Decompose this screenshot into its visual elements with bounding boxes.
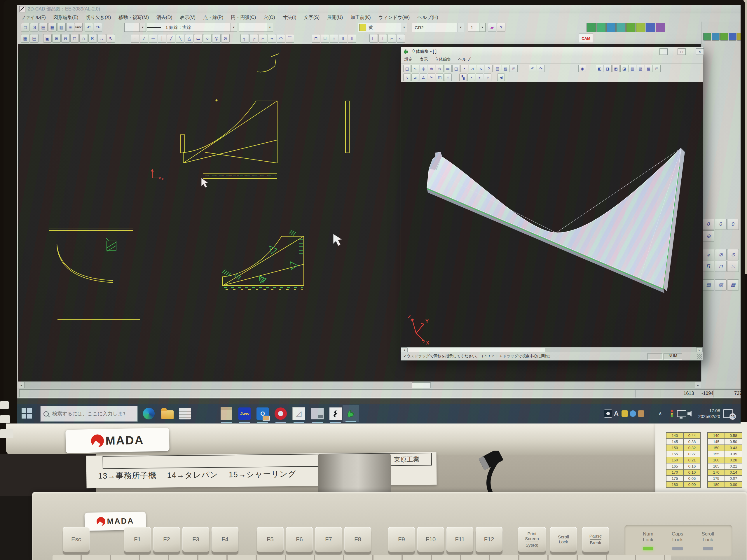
panel-tool-button[interactable] bbox=[737, 33, 741, 41]
draw-tool-button[interactable]: ○ bbox=[203, 34, 211, 43]
menu-item[interactable]: 展開(U) bbox=[323, 15, 347, 21]
color-dropdown[interactable]: 黄 ▼ bbox=[358, 23, 407, 32]
tray-clock[interactable]: 17:08 2025/02/20 bbox=[695, 408, 720, 424]
face-tool-3d-button[interactable]: ◧ bbox=[596, 65, 603, 72]
scroll-left-icon[interactable]: ◂ bbox=[18, 382, 25, 388]
face-tool-3d-button[interactable]: ◪ bbox=[620, 65, 628, 72]
taskbar-ap100-icon[interactable] bbox=[274, 407, 288, 421]
chevron-down-icon[interactable]: ▼ bbox=[458, 23, 464, 32]
view-tool-button[interactable]: ▦ bbox=[21, 34, 29, 43]
measure-3d-button[interactable]: ⊿ bbox=[411, 74, 419, 81]
view-tool-3d-button[interactable]: ◎ bbox=[420, 65, 427, 72]
taskbar-draft-icon[interactable]: ◿ bbox=[292, 407, 306, 421]
menu-item-3d[interactable]: 立体編集 bbox=[431, 57, 455, 62]
chevron-down-icon[interactable]: ▼ bbox=[401, 23, 407, 32]
menu-item-3d[interactable]: 表示 bbox=[416, 57, 431, 62]
circle-tool-button[interactable]: ⊙ bbox=[727, 249, 739, 260]
corner-tool-button[interactable]: ⌐ bbox=[259, 34, 267, 43]
pen-color-icon[interactable]: ▰ bbox=[488, 23, 496, 31]
scroll-right-icon[interactable]: ▸ bbox=[695, 382, 701, 388]
edit-tool-3d-button[interactable]: ▤ bbox=[494, 65, 501, 72]
angle-tool-button[interactable]: ⌐ bbox=[387, 34, 396, 43]
view-tool-3d-button[interactable]: ⊖ bbox=[436, 65, 443, 72]
file-tool-button[interactable]: ▥ bbox=[57, 23, 66, 31]
draw-tool-button[interactable]: │ bbox=[158, 34, 166, 43]
machine-tool-button[interactable] bbox=[587, 23, 596, 32]
taskbar-mail-icon[interactable] bbox=[178, 407, 192, 421]
grid-tool-button[interactable]: ▦ bbox=[727, 279, 739, 291]
cam-button[interactable]: CAM bbox=[579, 33, 593, 43]
taskbar-explorer-icon[interactable] bbox=[160, 407, 175, 421]
angle-tool-button[interactable]: ⊥ bbox=[379, 34, 387, 43]
zoom-tool-button[interactable]: ⊠ bbox=[88, 34, 97, 43]
dimension-tool-button[interactable]: Π bbox=[703, 261, 714, 272]
view-tool-3d-button[interactable]: ◳ bbox=[452, 65, 460, 72]
viewport-3d[interactable]: Z Y X bbox=[401, 82, 703, 347]
taskbar-3dedit-active[interactable] bbox=[342, 405, 359, 422]
taskbar-2dcad-icon[interactable] bbox=[329, 407, 342, 421]
face-tool-3d-button[interactable]: ▥ bbox=[628, 65, 636, 72]
shape-tool-button[interactable]: ⊔ bbox=[321, 34, 329, 43]
menu-item[interactable]: 円・円弧(C) bbox=[227, 15, 260, 21]
menu-item[interactable]: 寸法(I) bbox=[279, 15, 300, 21]
minimize-button[interactable]: – bbox=[660, 48, 668, 55]
menu-item[interactable]: 図形編集(E) bbox=[50, 15, 82, 21]
draw-tool-button[interactable]: ╲ bbox=[176, 34, 184, 43]
draw-tool-button[interactable]: ⊙ bbox=[221, 34, 230, 43]
draw-tool-button[interactable]: ╱ bbox=[167, 34, 175, 43]
tray-volume[interactable] bbox=[688, 404, 694, 424]
draw-tool-button[interactable]: △ bbox=[185, 34, 194, 43]
win3d-titlebar[interactable]: 立体編集 - [ ] – □ × bbox=[401, 47, 703, 56]
panel-tool-button[interactable] bbox=[720, 33, 728, 41]
ellipse-tool-button[interactable]: 0 bbox=[703, 219, 714, 230]
zoom-tool-button[interactable]: ▣ bbox=[43, 34, 52, 43]
panel-tool-button[interactable] bbox=[712, 33, 720, 41]
tray-notifications[interactable]: 23 bbox=[723, 404, 733, 424]
zoom-tool-button[interactable]: ⊖ bbox=[61, 34, 70, 43]
measure-3d-button[interactable]: ↘ bbox=[403, 74, 411, 81]
bend-3d-button[interactable]: ◕ bbox=[475, 74, 483, 81]
machine-tool-button[interactable] bbox=[607, 23, 616, 32]
taskbar-box-app-icon[interactable] bbox=[220, 407, 233, 421]
menu-item[interactable]: 切り欠き(X) bbox=[82, 15, 115, 21]
machine-tool-button[interactable] bbox=[646, 23, 655, 32]
menu-item[interactable]: 穴(O) bbox=[260, 15, 279, 21]
chevron-down-icon[interactable]: ▼ bbox=[231, 23, 237, 31]
view-tool-3d-button[interactable]: ⊕ bbox=[428, 65, 435, 72]
tray-chevron[interactable]: ∧ bbox=[658, 404, 662, 424]
corner-tool-button[interactable]: ┐ bbox=[240, 34, 249, 43]
view-tool-3d-button[interactable]: ▭ bbox=[444, 65, 452, 72]
menu-item[interactable]: 表示(V) bbox=[176, 15, 199, 21]
draw-tool-button[interactable]: ✓ bbox=[140, 34, 148, 43]
menu-item[interactable]: ヘルプ(H) bbox=[413, 15, 442, 21]
shape-tool-button[interactable]: ∩ bbox=[330, 34, 338, 43]
line-style-dropdown[interactable]: 1 細線：実線 ▼ bbox=[147, 23, 237, 32]
menu-item[interactable]: 加工前(K) bbox=[347, 15, 375, 21]
circle-tool-button[interactable]: ⊘ bbox=[715, 249, 727, 260]
tray-security[interactable] bbox=[670, 404, 674, 424]
grid-tool-button[interactable]: ▤ bbox=[703, 279, 714, 291]
search-input[interactable] bbox=[52, 411, 126, 417]
grid-tool-button[interactable]: ▥ bbox=[715, 279, 727, 291]
face-tool-3d-button[interactable]: ▩ bbox=[645, 65, 652, 72]
viewport-hscrollbar[interactable]: ◂ ▸ bbox=[401, 347, 703, 352]
menu-item-3d[interactable]: ヘルプ bbox=[455, 57, 474, 62]
circle-tool-button[interactable]: ⌀ bbox=[703, 249, 714, 260]
corner-tool-button[interactable]: ┌ bbox=[250, 34, 258, 43]
angle-tool-button[interactable]: ⌙ bbox=[396, 34, 405, 43]
view-tool-3d-button[interactable]: ◱ bbox=[403, 65, 411, 72]
tray-network[interactable] bbox=[677, 404, 686, 424]
draw-tool-button[interactable]: ▭ bbox=[194, 34, 203, 43]
view-tool-3d-button[interactable]: ↘ bbox=[477, 65, 484, 72]
menu-item[interactable]: 消去(D) bbox=[153, 15, 176, 21]
edit-tool-3d-button[interactable]: ▧ bbox=[502, 65, 510, 72]
draw-tool-button[interactable]: ◎ bbox=[212, 34, 221, 43]
scroll-right-icon[interactable]: ▸ bbox=[696, 347, 703, 352]
edit-tool-3d-button[interactable]: ⊞ bbox=[510, 65, 518, 72]
machine-tool-button[interactable] bbox=[596, 23, 606, 32]
tray-icon-3[interactable] bbox=[638, 404, 644, 424]
machine-tool-button[interactable] bbox=[616, 23, 626, 32]
taskbar-window-app-icon[interactable] bbox=[310, 407, 325, 421]
taskbar-search[interactable] bbox=[40, 406, 138, 422]
file-tool-button[interactable]: ≡ bbox=[66, 23, 75, 31]
